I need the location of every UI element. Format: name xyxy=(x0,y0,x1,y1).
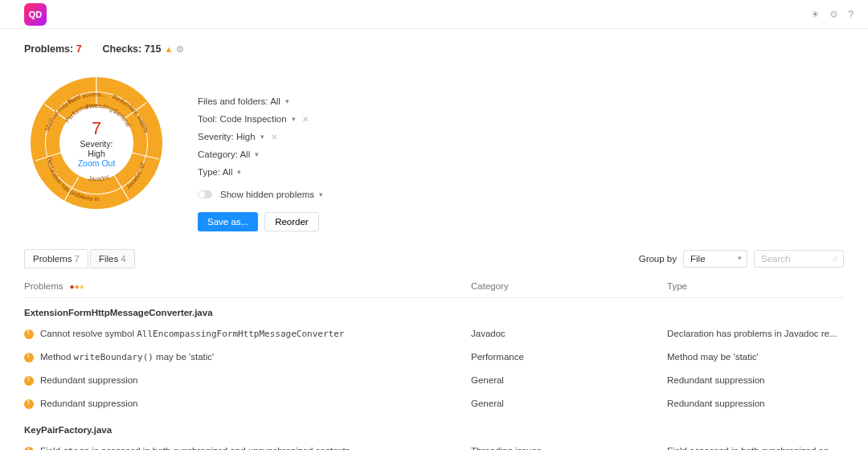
sunburst-chart[interactable]: Method may b... Field access... Redundan… xyxy=(24,71,169,215)
reorder-button[interactable]: Reorder xyxy=(264,212,319,231)
filter-row[interactable]: Tool: Code Inspection▾✕ xyxy=(198,114,323,124)
severity-icon xyxy=(24,399,34,409)
filter-row[interactable]: Category: All▾ xyxy=(198,149,323,159)
save-as-button[interactable]: Save as... xyxy=(198,212,258,231)
summary-bar: Problems: 7 Checks: 715▲⚙ xyxy=(0,29,868,64)
tab-problems[interactable]: Problems7 xyxy=(24,249,88,268)
table-row[interactable]: Method writeBoundary() may be 'static'Pe… xyxy=(24,346,844,369)
severity-icon xyxy=(24,329,34,339)
severity-icon xyxy=(24,353,34,362)
app-logo: QD xyxy=(24,3,47,26)
col-type[interactable]: Type xyxy=(667,281,844,291)
zoom-out-link[interactable]: Zoom Out xyxy=(78,158,116,168)
clear-icon[interactable]: ✕ xyxy=(302,115,309,124)
groupby-select[interactable]: File xyxy=(683,250,747,268)
sun-icon[interactable]: ☀ xyxy=(811,9,820,20)
problems-table: Problems ●●● Category Type ExtensionForm… xyxy=(0,273,868,450)
help-icon[interactable]: ? xyxy=(848,9,854,20)
table-row[interactable]: Redundant suppressionGeneralRedundant su… xyxy=(24,369,844,392)
gear-icon[interactable]: ⚙ xyxy=(176,44,184,54)
file-group-header[interactable]: ExtensionFormHttpMessageConverter.java xyxy=(24,298,844,322)
col-category[interactable]: Category xyxy=(471,281,667,291)
severity-dots-icon: ●●● xyxy=(70,282,84,291)
top-bar: QD ☀ ⚙ ? xyxy=(0,0,868,29)
toggle-icon[interactable] xyxy=(198,190,212,198)
settings-icon[interactable]: ⚙ xyxy=(829,9,838,20)
chart-center: 7 Severity: High Zoom Out xyxy=(78,118,116,168)
file-group-header[interactable]: KeyPairFactory.java xyxy=(24,415,844,440)
severity-icon xyxy=(24,376,34,386)
result-tabs: Problems7 Files4 xyxy=(24,249,135,268)
severity-icon xyxy=(24,447,34,450)
clear-icon[interactable]: ✕ xyxy=(271,133,277,141)
col-problems[interactable]: Problems ●●● xyxy=(24,281,471,291)
filter-row[interactable]: Severity: High▾✕ xyxy=(198,132,323,141)
warning-icon: ▲ xyxy=(165,44,174,54)
groupby-label: Group by xyxy=(639,254,677,264)
filter-row[interactable]: Files and folders: All▾ xyxy=(198,96,323,106)
table-row[interactable]: Field store is accessed in both synchron… xyxy=(24,440,844,450)
filters-panel: Files and folders: All▾Tool: Code Inspec… xyxy=(198,71,323,231)
checks-count: Checks: 715▲⚙ xyxy=(103,43,185,55)
problems-count: Problems: 7 xyxy=(24,43,82,55)
show-hidden-toggle[interactable]: Show hidden problems ▾ xyxy=(198,190,323,199)
table-row[interactable]: Cannot resolve symbol AllEncompassingFor… xyxy=(24,322,844,346)
filter-row[interactable]: Type: All▾ xyxy=(198,167,323,177)
table-row[interactable]: Redundant suppressionGeneralRedundant su… xyxy=(24,392,844,415)
search-input[interactable]: Search xyxy=(754,250,844,268)
tab-files[interactable]: Files4 xyxy=(90,249,135,268)
